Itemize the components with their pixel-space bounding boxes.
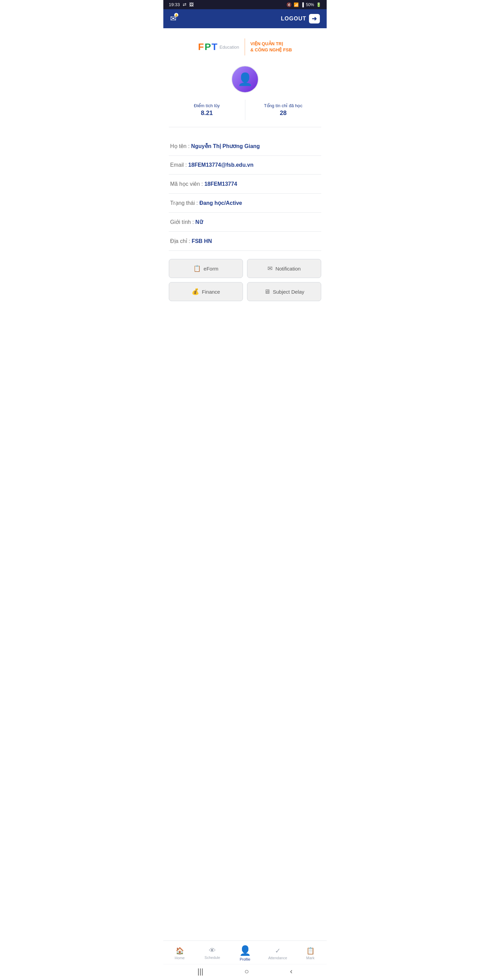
- stats-row: Điểm tích lũy 8.21 Tổng tín chỉ đã học 2…: [169, 100, 321, 127]
- eform-button[interactable]: 📋 eForm: [169, 259, 243, 278]
- sync-icon: ⇄: [183, 2, 186, 7]
- subject-delay-icon: 🖥: [264, 288, 270, 295]
- status-indicators: 🔇 📶 ▐ 50% 🔋: [286, 2, 321, 7]
- subject-delay-button[interactable]: 🖥 Subject Delay: [247, 282, 321, 301]
- home-button[interactable]: ○: [244, 967, 249, 976]
- logo-divider: [245, 38, 245, 56]
- status-row: Trạng thái : Đang học/Active: [169, 194, 321, 213]
- student-id-row: Mã học viên : 18FEM13774: [169, 175, 321, 194]
- signal-icon: ▐: [301, 2, 304, 7]
- nav-profile[interactable]: 👤 Profile: [229, 943, 261, 963]
- gender-row: Giới tính : Nữ: [169, 213, 321, 232]
- logo-t: T: [212, 41, 218, 52]
- notification-badge: 🔔: [174, 13, 178, 17]
- bottom-navigation: 🏠 Home 👁 Schedule 👤 Profile ✓ Attendance…: [163, 940, 327, 980]
- status-bar: 19:33 ⇄ 🖼 🔇 📶 ▐ 50% 🔋: [163, 0, 327, 9]
- mail-button[interactable]: ✉ 🔔: [170, 14, 176, 23]
- credits-stat: Tổng tín chỉ đã học 28: [245, 100, 321, 120]
- name-row: Họ tên : Nguyễn Thị Phương Giang: [169, 137, 321, 156]
- attendance-icon: ✓: [275, 947, 281, 955]
- eform-icon: 📋: [193, 265, 201, 272]
- logout-button[interactable]: LOGOUT ➜: [281, 14, 320, 24]
- schedule-icon: 👁: [209, 947, 216, 955]
- email-row: Email : 18FEM13774@fsb.edu.vn: [169, 156, 321, 175]
- logo-f: F: [198, 41, 204, 52]
- nav-home[interactable]: 🏠 Home: [163, 945, 196, 961]
- home-icon: 🏠: [176, 947, 184, 955]
- nav-attendance[interactable]: ✓ Attendance: [261, 945, 294, 961]
- image-icon: 🖼: [189, 2, 194, 7]
- logout-icon: ➜: [309, 14, 320, 24]
- status-time: 19:33 ⇄ 🖼: [169, 2, 194, 7]
- nav-items: 🏠 Home 👁 Schedule 👤 Profile ✓ Attendance…: [163, 941, 327, 964]
- address-row: Địa chỉ : FSB HN: [169, 232, 321, 251]
- avatar-image: 👤: [237, 72, 253, 86]
- avatar: 👤: [231, 66, 259, 93]
- notification-button[interactable]: ✉ Notification: [247, 259, 321, 278]
- profile-icon: 👤: [239, 945, 251, 956]
- top-navigation: ✉ 🔔 LOGOUT ➜: [163, 9, 327, 28]
- back-button[interactable]: |||: [197, 967, 203, 976]
- finance-button[interactable]: 💰 Finance: [169, 282, 243, 301]
- finance-icon: 💰: [192, 288, 199, 295]
- fpt-logo: F P T Education: [198, 41, 239, 52]
- notification-icon: ✉: [267, 265, 272, 272]
- mark-icon: 📋: [306, 947, 315, 955]
- action-grid: 📋 eForm ✉ Notification 💰 Finance 🖥 Subje…: [169, 259, 321, 301]
- logo-education: Education: [220, 45, 239, 50]
- nav-schedule[interactable]: 👁 Schedule: [196, 945, 229, 961]
- logo-p: P: [205, 41, 211, 52]
- gpa-stat: Điểm tích lũy 8.21: [169, 100, 245, 120]
- recent-apps-button[interactable]: ‹: [290, 967, 292, 976]
- wifi-icon: 📶: [294, 2, 299, 7]
- battery-icon: 🔋: [316, 2, 321, 7]
- avatar-section: 👤: [169, 66, 321, 93]
- fsb-logo-text: VIỆN QUẢN TRỊ & CÔNG NGHỆ FSB: [250, 41, 292, 53]
- nav-mark[interactable]: 📋 Mark: [294, 945, 327, 961]
- system-navigation: ||| ○ ‹: [163, 964, 327, 980]
- main-content: F P T Education VIỆN QUẢN TRỊ & CÔNG NGH…: [163, 28, 327, 335]
- mute-icon: 🔇: [286, 2, 292, 7]
- logo-area: F P T Education VIỆN QUẢN TRỊ & CÔNG NGH…: [169, 35, 321, 59]
